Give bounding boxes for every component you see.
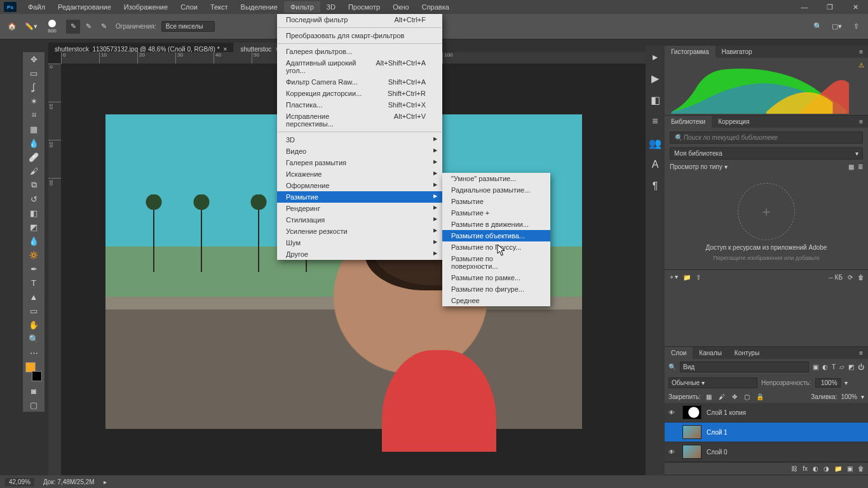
- submenu-item[interactable]: Размытие: [442, 196, 550, 207]
- menu-изображение[interactable]: Изображение: [118, 1, 174, 13]
- lib-sync-icon[interactable]: ⟳: [848, 274, 853, 281]
- menu-item[interactable]: Галерея фильтров...: [277, 46, 442, 57]
- quick-select-tool[interactable]: ✶: [23, 94, 44, 108]
- tab-libraries[interactable]: Библиотеки: [665, 116, 712, 128]
- sample-mode-1-button[interactable]: ✎: [66, 20, 80, 34]
- submenu-item[interactable]: "Умное" размытие...: [442, 173, 550, 184]
- limit-select[interactable]: Все пикселы: [161, 21, 215, 32]
- frame-tool[interactable]: ▦: [23, 122, 44, 136]
- lock-brush-icon[interactable]: 🖌: [717, 393, 726, 400]
- fill-input[interactable]: 100%: [841, 393, 857, 400]
- eyedropper-tool[interactable]: 💧: [23, 136, 44, 150]
- panel-icon-4[interactable]: ≡: [649, 116, 661, 127]
- filter-adjust-icon[interactable]: ◐: [822, 363, 828, 370]
- layer-visibility-icon[interactable]: 👁: [668, 449, 677, 456]
- share-icon[interactable]: ⇪: [849, 20, 863, 34]
- layer-group-icon[interactable]: 📁: [834, 465, 842, 472]
- lock-artboard-icon[interactable]: ▢: [743, 393, 752, 400]
- library-view-select[interactable]: Просмотр по типу ▾: [670, 163, 728, 170]
- library-dropzone[interactable]: ＋ Доступ к ресурсам из приложений Adobe …: [665, 174, 868, 269]
- panel-icon-1[interactable]: ▸: [649, 51, 661, 62]
- menu-item[interactable]: Адаптивный широкий угол...Alt+Shift+Ctrl…: [277, 57, 442, 76]
- filter-type-icon[interactable]: T: [832, 363, 836, 370]
- menu-item[interactable]: Видео: [277, 146, 442, 157]
- lib-folder-icon[interactable]: 📁: [683, 274, 691, 281]
- layer-thumbnail[interactable]: [682, 405, 702, 419]
- opacity-input[interactable]: 100%: [815, 378, 841, 388]
- screenmode-button[interactable]: ▢: [23, 398, 44, 412]
- panel-icon-5[interactable]: 👥: [649, 137, 661, 149]
- link-layers-icon[interactable]: ⛓: [791, 465, 797, 472]
- menu-окно[interactable]: Окно: [386, 1, 416, 13]
- new-layer-icon[interactable]: ▣: [847, 465, 853, 472]
- menu-3d[interactable]: 3D: [320, 1, 342, 13]
- tool-preset-button[interactable]: ✏️▾: [24, 20, 38, 34]
- lock-pixels-icon[interactable]: ▦: [705, 393, 714, 400]
- library-select[interactable]: Моя библиотека▾: [670, 147, 863, 159]
- panel-menu-icon[interactable]: ≡: [854, 46, 868, 58]
- menu-item[interactable]: Другое: [277, 248, 442, 260]
- panel-icon-3[interactable]: ◧: [649, 94, 661, 105]
- window-minimize-button[interactable]: —: [792, 1, 817, 13]
- layer-thumbnail[interactable]: [682, 445, 702, 459]
- panel-menu-icon[interactable]: ≡: [854, 347, 868, 359]
- filter-toggle-icon[interactable]: ⏻: [858, 363, 864, 370]
- submenu-item[interactable]: Среднее: [442, 295, 550, 306]
- color-swatch[interactable]: [25, 362, 42, 381]
- tab-histogram[interactable]: Гистограмма: [665, 46, 715, 58]
- crop-tool[interactable]: ⌗: [23, 108, 44, 122]
- histogram-warning-icon[interactable]: ⚠: [858, 62, 864, 69]
- menu-item[interactable]: Искажение: [277, 168, 442, 180]
- panel-icon-7[interactable]: ¶: [649, 180, 661, 192]
- lasso-tool[interactable]: ʆ: [23, 80, 44, 94]
- menu-item[interactable]: Коррекция дисторсии...Shift+Ctrl+R: [277, 88, 442, 99]
- edit-toolbar-button[interactable]: ⋯: [23, 346, 44, 360]
- view-grid-icon[interactable]: ▦: [848, 163, 854, 170]
- pen-tool[interactable]: ✒: [23, 262, 44, 276]
- filter-image-icon[interactable]: ▣: [813, 363, 818, 370]
- layer-fx-icon[interactable]: fx: [803, 465, 808, 472]
- panel-icon-6[interactable]: A: [649, 159, 661, 170]
- layer-item[interactable]: 👁Слой 0: [665, 442, 868, 462]
- brush-preview[interactable]: 800: [43, 18, 61, 36]
- delete-layer-icon[interactable]: 🗑: [858, 465, 864, 472]
- menu-просмотр[interactable]: Просмотр: [342, 1, 386, 13]
- healing-tool[interactable]: 🩹: [23, 150, 44, 164]
- menu-item[interactable]: Оформление: [277, 180, 442, 191]
- sample-mode-2-button[interactable]: ✎: [81, 20, 95, 34]
- menu-item[interactable]: Фильтр Camera Raw...Shift+Ctrl+A: [277, 76, 442, 88]
- menu-item[interactable]: Размытие: [277, 191, 442, 203]
- library-search-input[interactable]: 🔍 Поиск по текущей библиотеке: [670, 132, 863, 144]
- layer-visibility-icon[interactable]: [668, 429, 677, 436]
- menu-item[interactable]: 3D: [277, 134, 442, 146]
- lock-position-icon[interactable]: ✥: [730, 393, 739, 400]
- menu-item[interactable]: Усиление резкости: [277, 226, 442, 237]
- submenu-item[interactable]: Размытие объектива...: [442, 230, 550, 241]
- menu-справка[interactable]: Справка: [416, 1, 456, 13]
- menu-item[interactable]: Галерея размытия: [277, 157, 442, 168]
- gradient-tool[interactable]: ◩: [23, 220, 44, 234]
- lib-add-icon[interactable]: ＋▾: [668, 273, 678, 281]
- layer-item[interactable]: Слой 1: [665, 423, 868, 442]
- workspace-icon[interactable]: ▢▾: [830, 20, 844, 34]
- filter-smart-icon[interactable]: ◩: [848, 363, 854, 370]
- hand-tool[interactable]: ✋: [23, 318, 44, 332]
- clone-tool[interactable]: ⧉: [23, 178, 44, 192]
- blur-tool[interactable]: 💧: [23, 234, 44, 248]
- path-select-tool[interactable]: ▲: [23, 290, 44, 304]
- adjustment-layer-icon[interactable]: ◑: [824, 465, 829, 472]
- tab-paths[interactable]: Контуры: [728, 347, 766, 359]
- menu-item[interactable]: Шум: [277, 237, 442, 248]
- panel-menu-icon[interactable]: ≡: [854, 116, 868, 128]
- submenu-item[interactable]: Размытие по поверхности...: [442, 253, 550, 272]
- submenu-item[interactable]: Радиальное размытие...: [442, 184, 550, 196]
- layer-thumbnail[interactable]: [682, 425, 702, 439]
- tab-navigator[interactable]: Навигатор: [715, 46, 759, 58]
- layer-mask-icon[interactable]: ◐: [813, 465, 818, 472]
- brush-tool[interactable]: 🖌: [23, 164, 44, 178]
- type-tool[interactable]: T: [23, 276, 44, 290]
- filter-shape-icon[interactable]: ▱: [839, 363, 844, 370]
- submenu-item[interactable]: Размытие по фигуре...: [442, 283, 550, 295]
- quickmask-button[interactable]: ◙: [23, 384, 44, 398]
- blend-mode-select[interactable]: Обычные ▾: [668, 377, 757, 388]
